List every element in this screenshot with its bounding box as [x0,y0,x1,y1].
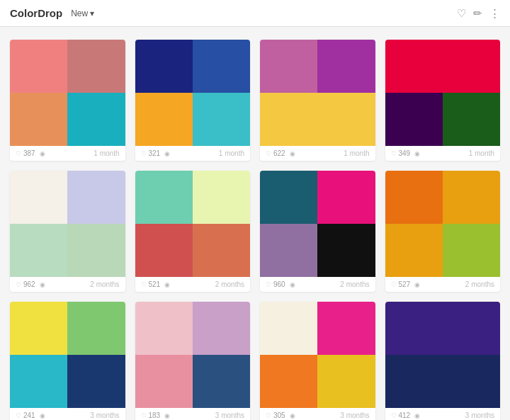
heart-icon[interactable]: ♡ [457,7,466,20]
heart-icon: ♡ [141,150,147,157]
time-text: 3 months [340,412,369,419]
palette-footer-left: ♡ 521 ◉ [141,280,171,288]
logo: ColorDrop [10,7,62,19]
color-swatch [443,302,500,355]
palette-card[interactable]: ♡ 962 ◉ 2 months [10,171,125,292]
color-swatch [385,224,443,277]
color-swatch [67,171,125,224]
time-text: 2 months [215,280,244,288]
more-icon[interactable]: ⋮ [489,7,500,20]
time-text: 2 months [340,280,369,288]
palette-colors [135,171,251,277]
color-swatch [193,224,250,277]
like-number: 305 [273,412,285,419]
palette-card[interactable]: ♡ 183 ◉ 3 months [135,302,251,420]
color-swatch [193,40,250,93]
like-number: 527 [399,280,411,288]
time-text: 3 months [90,412,119,419]
palette-footer: ♡ 387 ◉ 1 month [10,146,125,161]
palette-footer: ♡ 960 ◉ 2 months [260,277,375,292]
palette-footer-left: ♡ 387 ◉ [16,149,45,157]
palette-colors [10,302,125,408]
palette-card[interactable]: ♡ 349 ◉ 1 month [385,40,501,161]
color-swatch [317,93,375,146]
palette-colors [135,40,251,146]
color-swatch [10,302,67,355]
heart-icon: ♡ [266,281,271,288]
like-number: 387 [23,149,35,157]
heart-icon: ♡ [391,412,397,419]
palette-card[interactable]: ♡ 527 ◉ 2 months [385,171,501,292]
header-right: ♡ ✏ ⋮ [457,7,500,20]
like-count: ♡ 521 [141,280,161,288]
heart-icon: ♡ [16,150,21,157]
like-number: 622 [273,149,285,157]
palette-colors [260,40,375,146]
color-swatch [317,171,375,224]
eye-icon: ◉ [290,412,295,419]
color-swatch [135,93,193,146]
header-left: ColorDrop New ▾ [10,7,94,19]
time-text: 3 months [465,412,494,419]
time-text: 2 months [465,280,494,288]
palette-footer-left: ♡ 412 ◉ [391,412,421,419]
chevron-down-icon: ▾ [90,8,94,18]
palette-colors [10,171,125,277]
palette-footer: ♡ 962 ◉ 2 months [10,277,125,292]
palette-card[interactable]: ♡ 305 ◉ 3 months [260,302,375,420]
color-swatch [385,355,443,408]
eye-icon: ◉ [164,281,170,288]
color-swatch [193,171,250,224]
palette-card[interactable]: ♡ 521 ◉ 2 months [135,171,251,292]
color-swatch [317,302,375,355]
color-swatch [317,224,375,277]
like-number: 412 [399,412,411,419]
palette-colors [10,40,125,146]
palette-footer: ♡ 321 ◉ 1 month [135,146,251,161]
palette-footer-left: ♡ 305 ◉ [266,412,295,419]
palette-card[interactable]: ♡ 387 ◉ 1 month [10,40,125,161]
new-button[interactable]: New ▾ [71,8,94,18]
pencil-icon[interactable]: ✏ [473,7,482,20]
like-number: 321 [149,149,161,157]
palette-colors [385,40,501,146]
color-swatch [135,40,193,93]
palette-card[interactable]: ♡ 960 ◉ 2 months [260,171,375,292]
like-number: 241 [23,412,35,419]
palette-card[interactable]: ♡ 241 ◉ 3 months [10,302,125,420]
palette-footer: ♡ 412 ◉ 3 months [385,408,501,420]
color-swatch [135,302,193,355]
time-text: 1 month [469,149,494,157]
palette-footer: ♡ 349 ◉ 1 month [385,146,501,161]
time-text: 3 months [215,412,244,419]
like-number: 960 [273,280,285,288]
color-swatch [443,171,500,224]
like-count: ♡ 183 [141,412,161,419]
color-swatch [67,93,125,146]
color-swatch [67,355,125,408]
color-swatch [135,171,193,224]
like-count: ♡ 241 [16,412,35,419]
palette-card[interactable]: ♡ 321 ◉ 1 month [135,40,251,161]
heart-icon: ♡ [16,281,21,288]
eye-icon: ◉ [40,150,45,157]
palette-card[interactable]: ♡ 412 ◉ 3 months [385,302,501,420]
heart-icon: ♡ [266,150,271,157]
color-swatch [260,93,317,146]
palette-footer: ♡ 305 ◉ 3 months [260,408,375,420]
palette-footer: ♡ 521 ◉ 2 months [135,277,251,292]
eye-icon: ◉ [414,150,420,157]
color-swatch [67,302,125,355]
time-text: 2 months [90,280,119,288]
color-swatch [135,224,193,277]
palette-footer: ♡ 527 ◉ 2 months [385,277,501,292]
palette-colors [385,171,501,277]
like-number: 521 [149,280,161,288]
like-count: ♡ 305 [266,412,285,419]
color-swatch [443,40,500,93]
heart-icon: ♡ [141,281,147,288]
palette-footer-left: ♡ 622 ◉ [266,149,295,157]
color-swatch [260,355,317,408]
palette-card[interactable]: ♡ 622 ◉ 1 month [260,40,375,161]
eye-icon: ◉ [290,150,295,157]
